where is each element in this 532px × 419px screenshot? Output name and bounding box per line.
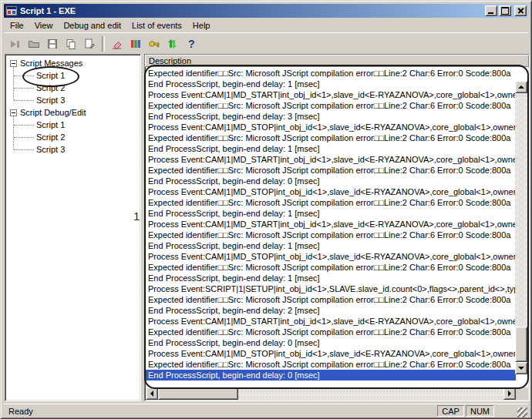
tree-item[interactable]: Script 3 [8, 143, 140, 156]
log-row[interactable]: Process Event:CAM|1|MD_STOP|int_obj_id<1… [146, 122, 516, 132]
title-bar[interactable]: Script 1 - EXE [4, 4, 528, 18]
key-settings-button[interactable] [145, 35, 163, 52]
log-row[interactable]: Process Event:SCRIPT|1|SETUP|int_obj_id<… [146, 283, 516, 294]
clear-log-button[interactable] [108, 35, 126, 52]
tree-item-label: Script 1 [36, 71, 65, 80]
script-tree-panel: Script Messages Script 1 Script 2 Script… [5, 54, 141, 401]
log-row[interactable]: Process Event:CAM|1|MD_START|int_obj_id<… [146, 154, 516, 165]
menu-item[interactable]: Help [187, 19, 216, 32]
horizontal-scrollbar-track[interactable] [158, 387, 503, 400]
log-row[interactable]: End ProcessScript, begin-end delay: 0 [m… [146, 176, 516, 186]
column-header-description[interactable]: Description [145, 55, 529, 67]
script-tree: Script Messages Script 1 Script 2 Script… [5, 55, 140, 156]
column-header-label: Description [149, 56, 191, 65]
log-row[interactable]: Process Event:CAM|1|MD_STOP|int_obj_id<1… [146, 186, 516, 197]
save-script-button[interactable] [43, 35, 62, 52]
scroll-left-button[interactable] [146, 387, 158, 400]
vertical-scrollbar[interactable] [515, 81, 527, 374]
caps-lock-indicator: CAP [437, 405, 464, 417]
maximize-button[interactable] [499, 5, 511, 16]
menu-item[interactable]: View [29, 19, 59, 32]
log-row[interactable]: End ProcessScript, begin-end delay: 1 [m… [146, 273, 516, 283]
log-row[interactable]: End ProcessScript, begin-end delay: 1 [m… [146, 208, 516, 219]
script-messages-icon [130, 38, 142, 50]
refresh-events-button[interactable] [163, 35, 182, 52]
log-row[interactable]: Process Event:CAM|1|MD_START|int_obj_id<… [146, 219, 516, 230]
log-row[interactable]: Expected identifier□□Src: Microsoft JScr… [146, 294, 516, 305]
tree-item-label: Script 2 [36, 83, 65, 92]
status-message: Ready [4, 407, 437, 416]
tree-item[interactable]: Script Debug/Edit [8, 106, 140, 119]
key-icon [148, 38, 160, 50]
log-row[interactable]: Process Event:CAM|1|MD_STOP|int_obj_id<1… [146, 251, 516, 262]
horizontal-scrollbar[interactable] [146, 387, 516, 400]
log-row[interactable]: End ProcessScript, begin-end delay: 2 [m… [146, 305, 516, 316]
tree-item-label: Script Debug/Edit [20, 108, 86, 117]
app-icon [5, 5, 18, 17]
log-row[interactable]: Expected identifier□□Src: Microsoft JScr… [146, 197, 516, 208]
step-script-icon [9, 38, 22, 50]
minus-glyph [12, 112, 15, 113]
step-script-button[interactable] [6, 35, 25, 52]
edit-script-button[interactable] [80, 35, 99, 52]
log-row[interactable]: Expected identifier□□Src: Microsoft JScr… [146, 165, 516, 176]
copy-script-button[interactable] [62, 35, 80, 52]
log-row[interactable]: Process Event:CAM|1|MD_START|int_obj_id<… [146, 316, 516, 327]
log-row[interactable]: Expected identifier□□Src: Microsoft JScr… [146, 327, 516, 337]
log-row[interactable]: Process Event:CAM|1|MD_START|int_obj_id<… [146, 89, 516, 100]
num-lock-indicator: NUM [466, 405, 494, 417]
close-button[interactable] [514, 5, 527, 16]
save-icon [46, 38, 59, 50]
log-row[interactable]: End ProcessScript, begin-end delay: 1 [m… [146, 79, 516, 89]
log-row[interactable]: Process Event:CAM|1|MD_STOP|int_obj_id<1… [146, 348, 516, 359]
scrollbar-corner [516, 387, 528, 400]
tree-item[interactable]: Script Messages [8, 57, 140, 69]
tree-item-label: Script Messages [20, 59, 82, 68]
svg-text:?: ? [188, 38, 195, 50]
script-messages-button[interactable] [126, 35, 145, 52]
resize-grip[interactable] [517, 407, 527, 417]
scroll-right-button[interactable] [503, 387, 516, 400]
menu-item[interactable]: File [5, 19, 29, 32]
log-row[interactable]: Expected identifier□□Src: Microsoft JScr… [146, 132, 516, 143]
tree-item[interactable]: Script 3 [8, 94, 140, 106]
event-log-panel: Description Expected identifier□□Src: Mi… [144, 54, 530, 401]
vertical-scrollbar-track[interactable] [515, 93, 527, 362]
log-row[interactable]: End ProcessScript, begin-end delay: 0 [m… [146, 370, 516, 380]
minimize-icon [488, 12, 493, 14]
status-spacer [496, 405, 517, 417]
event-log-rows: Expected identifier□□Src: Microsoft JScr… [146, 68, 516, 387]
scroll-up-button[interactable] [515, 81, 527, 93]
arrow-down-icon [518, 367, 524, 373]
edit-script-icon [83, 38, 96, 50]
help-button[interactable]: ? [182, 35, 200, 52]
tree-item-label: Script 2 [36, 132, 65, 142]
open-script-button[interactable] [25, 35, 43, 52]
window-title: Script 1 - EXE [20, 6, 485, 15]
menu-item[interactable]: List of events [126, 19, 187, 32]
arrow-right-icon [508, 391, 514, 397]
tree-item[interactable]: Script 1 [8, 69, 140, 82]
log-row[interactable]: Expected identifier□□Src: Microsoft JScr… [146, 100, 516, 111]
tree-item[interactable]: Script 2 [8, 131, 140, 143]
log-row[interactable]: Expected identifier□□Src: Microsoft JScr… [146, 68, 516, 79]
menu-item[interactable]: Debug and edit [58, 19, 126, 32]
log-row[interactable]: End ProcessScript, begin-end delay: 1 [m… [146, 143, 516, 154]
log-row[interactable]: End ProcessScript, begin-end delay: 0 [m… [146, 337, 516, 348]
tree-item-label: Script 1 [36, 120, 65, 129]
log-row[interactable]: End ProcessScript, begin-end delay: 1 [m… [146, 240, 516, 251]
scroll-down-button[interactable] [515, 362, 527, 374]
application-window: Script 1 - EXE File View Debug and edit … [0, 0, 532, 419]
log-row[interactable]: End ProcessScript, begin-end delay: 3 [m… [146, 111, 516, 122]
log-row[interactable]: Expected identifier□□Src: Microsoft JScr… [146, 262, 516, 273]
log-row[interactable]: Expected identifier□□Src: Microsoft JScr… [146, 230, 516, 240]
vertical-scrollbar-thumb[interactable] [515, 327, 527, 362]
tree-item[interactable]: Script 1 [8, 119, 140, 131]
arrow-left-icon [147, 391, 153, 397]
horizontal-scrollbar-thumb[interactable] [158, 387, 238, 400]
tree-item[interactable]: Script 2 [8, 82, 140, 94]
close-icon [517, 8, 524, 14]
tree-item-label: Script 3 [36, 145, 65, 154]
log-row[interactable]: Expected identifier□□Src: Microsoft JScr… [146, 359, 516, 370]
minimize-button[interactable] [485, 5, 497, 16]
